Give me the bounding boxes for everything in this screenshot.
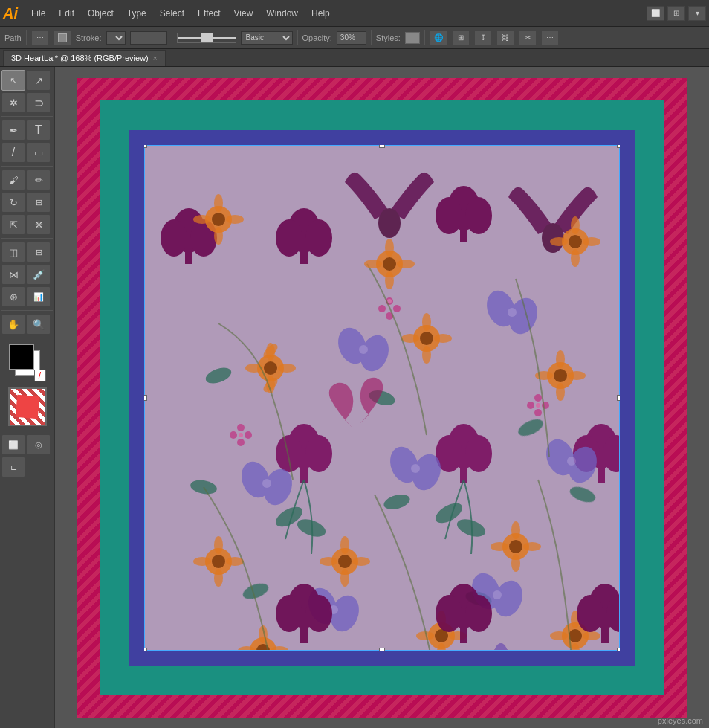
no-color-swatch[interactable]: / [34,370,46,381]
basic-select[interactable]: Basic [241,31,293,45]
menu-effect[interactable]: Effect [192,5,226,22]
reflect-tool-btn[interactable]: ⊞ [27,192,51,213]
trim-btn[interactable]: ✂ [519,30,537,45]
more-btn[interactable]: ▾ [688,6,706,21]
svg-point-139 [305,595,332,632]
window-mode-btn[interactable]: ⬜ [647,6,664,21]
rotate-tool-btn[interactable]: ↻ [1,192,25,213]
app-logo: Ai [3,6,18,21]
screen-mode-btn[interactable]: ⬜ [1,434,25,455]
svg-point-30 [556,383,565,401]
stroke-value-input[interactable] [130,31,167,45]
menu-edit[interactable]: Edit [53,5,80,22]
svg-point-152 [214,227,223,245]
arrange-btn[interactable]: ⊞ [452,30,470,45]
blend-tool-btn[interactable]: ⋈ [1,264,25,285]
menu-type[interactable]: Type [121,5,152,22]
stroke-label: Stroke: [76,33,102,42]
embed-btn[interactable]: ↧ [474,30,492,45]
svg-point-112 [534,394,542,402]
scale-tool-btn[interactable]: ⇱ [1,214,25,235]
draw-mode-btn[interactable]: ◎ [27,434,51,455]
stroke-select[interactable] [106,31,126,45]
type-tool-btn[interactable]: T [27,120,51,141]
view-mode-row: ⬜ ◎ [1,434,53,455]
fg-color-swatch[interactable] [9,344,34,370]
eyedropper-tool-btn[interactable]: 💉 [27,264,51,285]
watermark: pxleyes.com [658,716,703,725]
svg-point-127 [305,219,332,257]
svg-rect-4 [300,454,308,483]
svg-point-18 [278,364,296,373]
canvas-area[interactable]: pxleyes.com [55,67,709,728]
more2-btn[interactable]: ⋯ [541,30,559,45]
styles-swatch[interactable] [405,32,420,44]
line-tool-btn[interactable]: / [1,142,25,163]
thumbnail-inner [15,395,39,419]
handle-mid-right[interactable] [617,395,620,401]
svg-point-156 [383,257,396,271]
svg-point-40 [509,540,522,553]
svg-point-101 [493,590,502,599]
menu-window[interactable]: Window [260,5,304,22]
svg-point-160 [397,260,415,268]
handle-bot-right[interactable] [617,648,620,651]
svg-point-114 [527,402,534,409]
menu-help[interactable]: Help [305,5,336,22]
menu-select[interactable]: Select [154,5,190,22]
menu-file[interactable]: File [25,5,51,22]
tool-sep-1 [1,116,53,117]
svg-point-37 [320,557,337,566]
handle-top-mid[interactable] [379,145,385,148]
styles-label: Styles: [376,33,401,42]
magic-wand-tool-btn[interactable]: ✲ [1,92,25,113]
grid-btn[interactable]: ⊞ [667,6,685,21]
handle-mid-left[interactable] [144,395,147,401]
artwork-thumbnail [8,387,47,426]
gradient-tool-btn[interactable]: ◫ [1,242,25,262]
tab-title: 3D HeartLai* @ 168% (RGB/Preview) [11,54,149,62]
select-tool-btn[interactable]: ↖ [1,70,25,91]
svg-point-46 [212,555,225,568]
extra-tool-btn[interactable]: ⊏ [1,457,25,477]
link-btn[interactable]: ⛓ [496,30,514,45]
scale-warp-row: ⇱ ❋ [1,214,53,235]
svg-point-38 [352,557,370,566]
svg-point-157 [385,239,394,257]
zoom-tool-btn[interactable]: 🔍 [27,314,51,335]
handle-top-left[interactable] [144,145,147,148]
svg-point-28 [554,369,567,382]
rotate-reflect-row: ↻ ⊞ [1,192,53,213]
lasso-tool-btn[interactable]: ⊃ [27,92,51,113]
graph-tool-btn[interactable]: 📊 [27,286,51,307]
menu-view[interactable]: View [228,5,259,22]
svg-point-158 [385,271,394,289]
rect-tool-btn[interactable]: ▭ [27,142,51,163]
svg-point-165 [550,237,568,246]
direct-select-tool-btn[interactable]: ↗ [27,70,51,91]
sep4 [371,30,372,45]
select-tools-row: ↖ ↗ [1,70,53,91]
hand-tool-btn[interactable]: ✋ [1,314,25,335]
opacity-label: Opacity: [302,33,332,42]
svg-point-131 [465,197,492,234]
svg-rect-148 [601,613,609,643]
mesh-tool-btn[interactable]: ⊟ [27,242,51,262]
pen-tool-btn[interactable]: ✒ [1,120,25,141]
tab-close-btn[interactable]: × [153,54,158,62]
handle-bot-left[interactable] [144,648,147,651]
paintbrush-tool-btn[interactable]: 🖌 [1,170,25,190]
handle-top-right[interactable] [617,145,620,148]
handle-bot-mid[interactable] [379,648,385,651]
symbol-tool-btn[interactable]: ⊛ [1,286,25,307]
document-tab[interactable]: 3D HeartLai* @ 168% (RGB/Preview) × [3,50,166,66]
stroke-color-btn[interactable] [54,30,71,45]
warp-tool-btn[interactable]: ❋ [27,214,51,235]
opacity-input[interactable] [337,31,366,45]
svg-rect-136 [185,238,192,264]
menu-object[interactable]: Object [82,5,120,22]
stroke-options-btn[interactable]: ⋯ [31,30,49,45]
globe-btn[interactable]: 🌐 [430,30,447,45]
pencil-tool-btn[interactable]: ✏ [27,170,51,190]
sep2 [172,30,172,45]
